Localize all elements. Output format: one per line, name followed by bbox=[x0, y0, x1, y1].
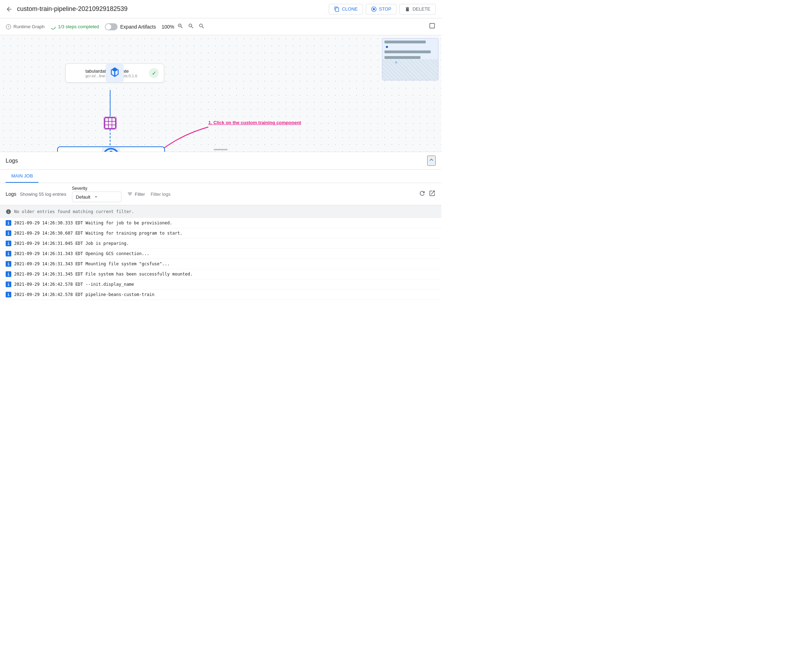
log-entry: i 2021-09-29 14:26:30.333 EDT Waiting fo… bbox=[0, 218, 441, 228]
steps-completed: 1/3 steps completed bbox=[50, 24, 99, 30]
log-text: 2021-09-29 14:26:30.607 EDT Waiting for … bbox=[14, 231, 183, 236]
log-icon: i bbox=[6, 261, 11, 267]
pipeline-title: custom-train-pipeline-20210929182539 bbox=[17, 5, 329, 13]
zoom-in-button[interactable] bbox=[176, 21, 185, 32]
log-icon: i bbox=[6, 241, 11, 246]
zoom-fit-button[interactable] bbox=[197, 21, 206, 32]
node-icon-tabular bbox=[70, 67, 82, 79]
zoom-out-button[interactable] bbox=[186, 21, 195, 32]
node-sub-tabular: gcr.io/...line-components:0.1.6 bbox=[85, 74, 145, 78]
log-text: 2021-09-29 14:26:31.343 EDT Mounting fil… bbox=[14, 262, 170, 266]
log-icon: i bbox=[6, 251, 11, 256]
logs-action-buttons bbox=[419, 190, 436, 199]
logs-count-label: Logs bbox=[6, 191, 16, 197]
minimap bbox=[382, 38, 438, 81]
header: custom-train-pipeline-20210929182539 CLO… bbox=[0, 0, 441, 18]
annotation-1: 1. Click on the custom training componen… bbox=[208, 120, 301, 125]
log-entry: i 2021-09-29 14:26:31.045 EDT Job is pre… bbox=[0, 239, 441, 249]
clone-button[interactable]: CLONE bbox=[329, 4, 363, 14]
node-status-tabular: ✓ bbox=[149, 68, 159, 78]
node-name-custom: customcontainertrainingj... bbox=[78, 152, 146, 152]
logs-count-wrapper: Logs Showing 55 log entries bbox=[6, 191, 66, 197]
external-link-button[interactable] bbox=[429, 190, 436, 199]
logs-section: Logs MAIN JOB Logs Showing 55 log entrie… bbox=[0, 152, 441, 333]
log-icon: i bbox=[6, 220, 11, 226]
logs-title: Logs bbox=[6, 158, 18, 164]
logs-tabs: MAIN JOB bbox=[0, 170, 441, 183]
drag-handle[interactable] bbox=[214, 149, 228, 150]
delete-button[interactable]: DELETE bbox=[399, 4, 436, 14]
stop-button[interactable]: STOP bbox=[366, 4, 397, 14]
expand-artifacts-toggle[interactable]: Expand Artifacts bbox=[105, 23, 156, 30]
log-text: 2021-09-29 14:26:31.045 EDT Job is prepa… bbox=[14, 241, 129, 246]
logs-controls: Logs Showing 55 log entries Severity Def… bbox=[0, 183, 441, 206]
node-icon-custom bbox=[63, 151, 74, 152]
node-tabulardataset[interactable]: tabulardataset-create gcr.io/...line-com… bbox=[65, 64, 164, 82]
toolbar: Runtime Graph 1/3 steps completed Expand… bbox=[0, 18, 441, 35]
svg-rect-14 bbox=[102, 147, 121, 152]
severity-label: Severity bbox=[72, 186, 121, 191]
severity-wrapper: Severity Default bbox=[72, 186, 121, 202]
log-text: 2021-09-29 14:26:42.578 EDT --init.displ… bbox=[14, 282, 134, 287]
svg-rect-1 bbox=[373, 8, 375, 10]
log-text: 2021-09-29 14:26:31.343 EDT Opening GCS … bbox=[14, 251, 150, 256]
zoom-level: 100% bbox=[162, 24, 174, 30]
log-icon: i bbox=[6, 271, 11, 277]
log-entries: i 2021-09-29 14:26:30.333 EDT Waiting fo… bbox=[0, 218, 441, 300]
logs-header: Logs bbox=[0, 152, 441, 170]
svg-point-3 bbox=[50, 24, 55, 29]
runtime-graph-label: Runtime Graph bbox=[14, 24, 44, 29]
tab-main-job[interactable]: MAIN JOB bbox=[6, 170, 38, 183]
log-entry: i 2021-09-29 14:26:30.607 EDT Waiting fo… bbox=[0, 228, 441, 239]
logs-count-text: Showing 55 log entries bbox=[20, 192, 66, 197]
refresh-logs-button[interactable] bbox=[419, 190, 426, 199]
log-text: 2021-09-29 14:26:30.333 EDT Waiting for … bbox=[14, 221, 172, 225]
node-name-tabular: tabulardataset-create bbox=[85, 69, 145, 74]
log-entry: i 2021-09-29 14:26:42.578 EDT pipeline-b… bbox=[0, 290, 441, 300]
connector-node[interactable] bbox=[104, 117, 116, 129]
log-icon: i bbox=[6, 230, 11, 236]
logs-table: No older entries found matching current … bbox=[0, 206, 441, 300]
log-icon: i bbox=[6, 282, 11, 287]
node-info-custom: customcontainertrainingj... gcr.io/...li… bbox=[78, 152, 146, 152]
pipeline-canvas: tabulardataset-create gcr.io/...line-com… bbox=[0, 35, 441, 152]
toggle-switch[interactable] bbox=[105, 23, 118, 30]
node-status-custom bbox=[150, 151, 159, 152]
zoom-controls: 100% bbox=[162, 21, 206, 32]
node-customcontainer[interactable]: customcontainertrainingj... gcr.io/...li… bbox=[57, 146, 165, 152]
expand-logs-button[interactable] bbox=[427, 155, 436, 166]
minimap-button[interactable] bbox=[429, 22, 436, 31]
expand-artifacts-label: Expand Artifacts bbox=[121, 24, 156, 30]
log-entry: i 2021-09-29 14:26:31.343 EDT Mounting f… bbox=[0, 259, 441, 269]
node-info-tabular: tabulardataset-create gcr.io/...line-com… bbox=[85, 69, 145, 78]
log-entry: i 2021-09-29 14:26:31.345 EDT File syste… bbox=[0, 269, 441, 279]
header-actions: CLONE STOP DELETE bbox=[329, 4, 436, 14]
log-icon: i bbox=[6, 292, 11, 297]
filter-button[interactable]: Filter bbox=[127, 191, 145, 197]
svg-rect-9 bbox=[105, 118, 116, 129]
filter-input[interactable] bbox=[151, 192, 413, 197]
log-text: 2021-09-29 14:26:42.578 EDT pipeline-bea… bbox=[14, 292, 154, 297]
back-button[interactable] bbox=[6, 6, 13, 13]
log-text: 2021-09-29 14:26:31.345 EDT File system … bbox=[14, 272, 193, 277]
runtime-graph-item[interactable]: Runtime Graph bbox=[6, 24, 44, 30]
log-entry: i 2021-09-29 14:26:31.343 EDT Opening GC… bbox=[0, 249, 441, 259]
severity-select[interactable]: Default bbox=[72, 192, 121, 202]
log-entry: i 2021-09-29 14:26:42.578 EDT --init.dis… bbox=[0, 279, 441, 290]
log-notice: No older entries found matching current … bbox=[0, 206, 441, 218]
